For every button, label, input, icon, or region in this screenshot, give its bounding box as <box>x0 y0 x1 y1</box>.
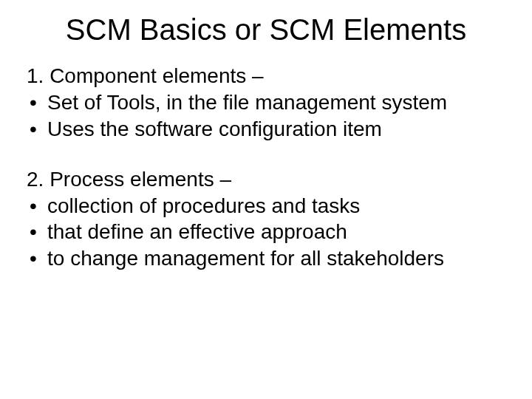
list-item: that define an effective approach <box>27 219 511 245</box>
list-item: Set of Tools, in the file management sys… <box>27 89 511 116</box>
list-item: Uses the software configuration item <box>27 116 511 143</box>
slide: SCM Basics or SCM Elements 1. Component … <box>0 0 532 399</box>
section-1-bullets: Set of Tools, in the file management sys… <box>21 89 511 143</box>
list-item: to change management for all stakeholder… <box>27 245 511 272</box>
section-2-heading: 2. Process elements – <box>21 168 511 191</box>
section-1-heading: 1. Component elements – <box>21 64 511 88</box>
list-item: collection of procedures and tasks <box>27 193 511 219</box>
section-2-bullets: collection of procedures and tasks that … <box>21 193 511 272</box>
slide-title: SCM Basics or SCM Elements <box>21 13 511 47</box>
